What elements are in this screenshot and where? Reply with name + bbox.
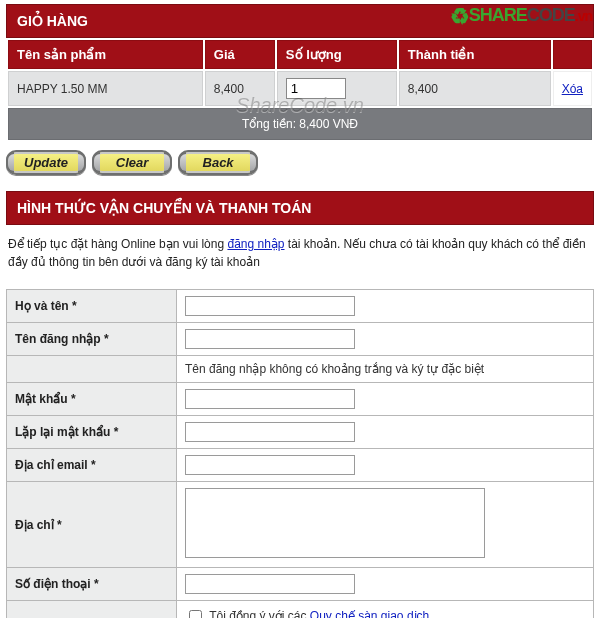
agree-text: Tôi đồng ý với các	[209, 609, 310, 618]
email-input[interactable]	[185, 455, 355, 475]
quantity-input[interactable]	[286, 78, 346, 99]
address-textarea[interactable]	[185, 488, 485, 558]
username-input[interactable]	[185, 329, 355, 349]
brand-logo: ♻SHARECODE.vn	[450, 4, 592, 30]
label-password2: Lặp lại mật khẩu *	[7, 416, 177, 449]
agree-checkbox[interactable]	[189, 610, 202, 618]
label-username: Tên đăng nhập *	[7, 323, 177, 356]
cell-price: 8,400	[205, 71, 275, 106]
cell-name: HAPPY 1.50 MM	[8, 71, 203, 106]
policy-link[interactable]: Quy chế sàn giao dịch	[310, 609, 429, 618]
update-button[interactable]: Update	[6, 150, 86, 175]
password2-input[interactable]	[185, 422, 355, 442]
phone-input[interactable]	[185, 574, 355, 594]
shipping-intro: Để tiếp tục đặt hàng Online bạn vui lòng…	[6, 225, 594, 277]
label-address: Địa chỉ *	[7, 482, 177, 568]
col-total: Thành tiền	[399, 40, 551, 69]
label-phone: Số điện thoại *	[7, 568, 177, 601]
label-email: Địa chỉ email *	[7, 449, 177, 482]
clear-button[interactable]: Clear	[92, 150, 172, 175]
table-row: HAPPY 1.50 MM 8,400 8,400 Xóa	[8, 71, 592, 106]
cart-table: Tên sản phẩm Giá Số lượng Thành tiền HAP…	[6, 38, 594, 142]
label-fullname: Họ và tên *	[7, 290, 177, 323]
col-qty: Số lượng	[277, 40, 397, 69]
recycle-icon: ♻	[450, 4, 469, 30]
back-button[interactable]: Back	[178, 150, 258, 175]
login-link[interactable]: đăng nhập	[227, 237, 284, 251]
cart-total-line: Tổng tiền: 8,400 VNĐ	[8, 108, 592, 140]
register-form: Họ và tên * Tên đăng nhập * Tên đăng nhậ…	[6, 289, 594, 618]
cell-qty	[277, 71, 397, 106]
cell-del: Xóa	[553, 71, 592, 106]
fullname-input[interactable]	[185, 296, 355, 316]
delete-link[interactable]: Xóa	[562, 82, 583, 96]
cell-total: 8,400	[399, 71, 551, 106]
password-input[interactable]	[185, 389, 355, 409]
username-hint: Tên đăng nhập không có khoảng trắng và k…	[177, 356, 594, 383]
col-price: Giá	[205, 40, 275, 69]
col-name: Tên sản phẩm	[8, 40, 203, 69]
shipping-heading: HÌNH THỨC VẬN CHUYỂN VÀ THANH TOÁN	[6, 191, 594, 225]
col-action	[553, 40, 592, 69]
label-password: Mật khẩu *	[7, 383, 177, 416]
